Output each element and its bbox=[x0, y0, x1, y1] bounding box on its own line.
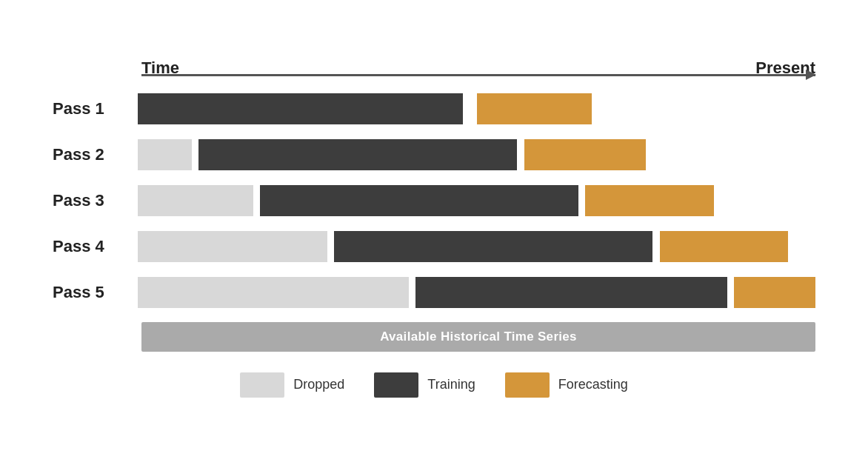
forecasting-bar-1 bbox=[477, 93, 592, 124]
pass-row-1: Pass 1 bbox=[53, 90, 815, 128]
pass-row-3: Pass 3 bbox=[53, 181, 815, 220]
training-bar-1 bbox=[138, 93, 463, 124]
forecasting-bar-4 bbox=[660, 231, 789, 262]
pass-bars-4 bbox=[138, 227, 815, 266]
pass-bars-3 bbox=[138, 181, 815, 220]
dropped-bar-2 bbox=[138, 139, 192, 170]
historical-bar-container: Available Historical Time Series bbox=[53, 322, 815, 352]
pass-label-1: Pass 1 bbox=[53, 99, 138, 118]
historical-bar: Available Historical Time Series bbox=[141, 322, 815, 352]
dropped-bar-3 bbox=[138, 185, 253, 216]
pass-label-3: Pass 3 bbox=[53, 191, 138, 210]
pass-label-2: Pass 2 bbox=[53, 145, 138, 164]
legend-box-training bbox=[374, 372, 418, 398]
legend-label-training: Training bbox=[427, 377, 475, 392]
forecasting-bar-3 bbox=[585, 185, 714, 216]
forecasting-bar-5 bbox=[734, 277, 815, 308]
timeline-arrow bbox=[141, 74, 815, 76]
legend-label-dropped: Dropped bbox=[293, 377, 344, 392]
legend-label-forecasting: Forecasting bbox=[558, 377, 628, 392]
legend-item-training: Training bbox=[374, 372, 475, 398]
pass-label-4: Pass 4 bbox=[53, 237, 138, 256]
dropped-bar-4 bbox=[138, 231, 327, 262]
passes-container: Pass 1Pass 2Pass 3Pass 4Pass 5 bbox=[53, 90, 815, 312]
legend-item-dropped: Dropped bbox=[240, 372, 344, 398]
pass-row-5: Pass 5 bbox=[53, 273, 815, 312]
pass-row-2: Pass 2 bbox=[53, 136, 815, 174]
pass-bars-1 bbox=[138, 90, 815, 128]
timeline-arrow-row bbox=[53, 74, 815, 76]
legend: DroppedTrainingForecasting bbox=[53, 372, 815, 398]
legend-box-dropped bbox=[240, 372, 284, 398]
training-bar-5 bbox=[415, 277, 727, 308]
training-bar-2 bbox=[198, 139, 517, 170]
legend-box-forecasting bbox=[505, 372, 550, 398]
training-bar-4 bbox=[334, 231, 652, 262]
training-bar-3 bbox=[260, 185, 578, 216]
pass-label-5: Pass 5 bbox=[53, 283, 138, 302]
pass-row-4: Pass 4 bbox=[53, 227, 815, 266]
dropped-bar-5 bbox=[138, 277, 409, 308]
pass-bars-5 bbox=[138, 273, 815, 312]
main-container: Time Present Pass 1Pass 2Pass 3Pass 4Pas… bbox=[45, 53, 823, 412]
forecasting-bar-2 bbox=[524, 139, 647, 170]
legend-item-forecasting: Forecasting bbox=[505, 372, 628, 398]
pass-bars-2 bbox=[138, 136, 815, 174]
historical-bar-label: Available Historical Time Series bbox=[380, 329, 577, 344]
